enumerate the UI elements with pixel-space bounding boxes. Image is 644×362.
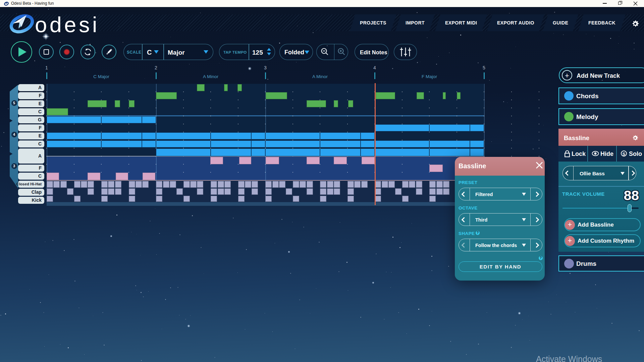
- svg-text:odesi: odesi: [35, 12, 100, 37]
